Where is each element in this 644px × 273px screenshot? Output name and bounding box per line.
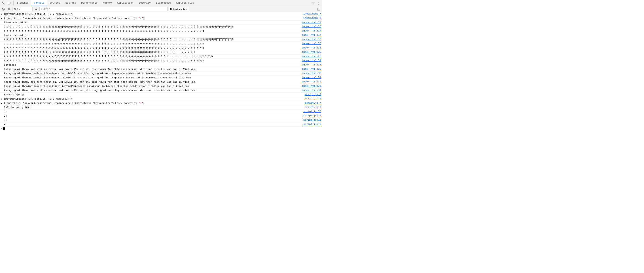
line-link[interactable]: index.html:22: [302, 50, 321, 53]
line-link[interactable]: script.js:7: [305, 101, 321, 104]
tab-application[interactable]: Application: [114, 0, 136, 6]
text-line-content: Khong-nguoi-than-mot-minh-chien-dau-voi-…: [0, 76, 322, 79]
eye-button[interactable]: [34, 7, 38, 11]
text-line-content: File script.js: [0, 93, 322, 96]
line-link[interactable]: index.html:12: [302, 21, 321, 24]
preserve-log-button[interactable]: [7, 7, 12, 11]
line-link[interactable]: index.html:20: [302, 42, 321, 45]
inspect-element-button[interactable]: [1, 1, 6, 5]
svg-rect-2: [10, 3, 11, 4]
line-link[interactable]: index.html:32: [302, 80, 321, 83]
line-link[interactable]: index.html:8: [304, 16, 321, 19]
tab-bar: Elements Console Sources Network Perform…: [0, 0, 322, 6]
line-link[interactable]: index.html:14: [302, 29, 321, 32]
text-line-content: khong+nguoi+than+mot+minh+chien+dau+voi+…: [0, 84, 322, 88]
text-line-content: A,A,A,A,A,A,A,A,A,A,A,A,A,A,A,A,A,E,E,E,…: [0, 55, 322, 58]
console-line: 2:script.js:11: [0, 114, 322, 118]
console-line: a-a-a-a-a-a-a-a-a-a-a-a-a-a-a-a-a-e-e-e-…: [0, 42, 322, 46]
text-line-content: Uppercase pattern: [0, 33, 322, 37]
tab-adblock-plus[interactable]: Adblock Plus: [174, 0, 196, 6]
line-link[interactable]: index.html:29: [302, 67, 321, 70]
text-line-content: a-a-a-a-a-a-a-a-a-a-a-a-a-a-a-a-a-e-e-e-…: [0, 29, 322, 33]
console-line: A|A|A|A|A|A|A|A|A|A|A|A|A|A|A|A|A|E|E|E|…: [0, 59, 322, 63]
console-toolbar: top ▼ Default levels ▼: [0, 6, 322, 12]
text-line-content: à|á|â|ã|ä|å|ā|ă|ą|å|à|á|â|ã|ä|å|ā|ă|ą|è|…: [0, 25, 322, 28]
console-line: Khong nguoi than, mot minh chien dau voi…: [0, 80, 322, 84]
line-link[interactable]: index.html:17: [302, 33, 321, 36]
line-link[interactable]: index.html:31: [302, 76, 321, 79]
line-link[interactable]: index.html:28: [302, 63, 321, 66]
line-link[interactable]: script.js:6: [305, 97, 321, 100]
text-line-content: 1:: [0, 110, 322, 113]
device-toolbar-button[interactable]: [7, 1, 12, 5]
line-link[interactable]: script.js:5: [305, 93, 321, 96]
text-line-content: 4:: [0, 123, 322, 126]
console-line: Lowercase patternindex.html:12: [0, 20, 322, 25]
console-output: ▶ {DefaultOption: {…}, default: {…}, rem…: [0, 12, 322, 136]
line-link[interactable]: script.js:12: [304, 118, 321, 121]
line-link[interactable]: index.html:7: [304, 12, 321, 15]
line-link[interactable]: script.js:11: [304, 114, 321, 117]
tab-elements[interactable]: Elements: [14, 0, 31, 6]
line-link[interactable]: index.html:30: [302, 72, 321, 75]
text-line-content: 2:: [0, 114, 322, 118]
console-line: khong nguoi than, mot minh chien dau voi…: [0, 88, 322, 93]
console-line: A+A+A+A+A+A+A+A+A+A+A+A+A+A+A+E+E+E+E+E+…: [0, 50, 322, 54]
console-line: ▶ {ignoreCase: "keyword-true">true, repl…: [0, 101, 322, 105]
console-line: ▶ {DefaultOption: {…}, default: {…}, rem…: [0, 97, 322, 101]
svg-point-8: [36, 9, 36, 9]
line-link[interactable]: index.html:24: [302, 59, 321, 62]
devtools-icons: [1, 1, 14, 5]
clear-console-button[interactable]: [1, 7, 6, 11]
console-line: Không người thân, một mình chiến đấu với…: [0, 67, 322, 71]
console-line: A,A,A,A,A,A,A,A,A,A,A,A,A,A,A,A,A,E,E,E,…: [0, 54, 322, 59]
console-line: ▶ {DefaultOption: {…}, default: {…}, rem…: [0, 12, 322, 16]
line-link[interactable]: index.html:19: [302, 38, 321, 41]
console-line: 3:script.js:12: [0, 118, 322, 122]
tab-security[interactable]: Security: [136, 0, 154, 6]
chevron-down-icon: ▼: [186, 8, 188, 10]
console-line: ▶ {ignoreCase: "keyword-true">true, repl…: [0, 16, 322, 20]
more-tools-button[interactable]: ⋮: [316, 1, 321, 5]
tab-performance[interactable]: Performance: [78, 0, 100, 6]
tab-console[interactable]: Console: [31, 0, 47, 6]
console-line: File script.jsscript.js:5: [0, 93, 322, 97]
tab-network[interactable]: Network: [63, 0, 78, 6]
input-cursor: [3, 127, 5, 130]
tab-memory[interactable]: Memory: [100, 0, 114, 6]
settings-button[interactable]: ⚙: [310, 1, 315, 5]
text-line-content: khong-nguoi-than-mot-minh-chien-dau-voi-…: [0, 72, 322, 75]
tab-list: Elements Console Sources Network Perform…: [14, 0, 310, 6]
text-line-content: a-a-a-a-a-a-a-a-a-a-a-a-a-a-a-a-a-e-e-e-…: [0, 42, 322, 45]
line-link[interactable]: index.html:34: [302, 89, 321, 92]
console-line: Sentenceindex.html:28: [0, 63, 322, 67]
line-link[interactable]: index.html:33: [302, 84, 321, 87]
line-link[interactable]: index.html:23: [302, 55, 321, 58]
console-line: À|Á|Â|Ã|Ä|Å|Ā|Ă|Ą|Å|À|Á|Â|Ã|Ä|Å|Ā|Ă|Ą|È|…: [0, 37, 322, 42]
expandable-line-content: ▶ {DefaultOption: {…}, default: {…}, rem…: [0, 12, 322, 16]
sidebar-toggle-button[interactable]: [316, 7, 321, 11]
tab-lighthouse[interactable]: Lighthouse: [154, 0, 174, 6]
devtools-settings: ⚙ ⋮: [310, 1, 322, 5]
svg-rect-1: [8, 2, 10, 4]
line-link[interactable]: script.js:13: [304, 123, 321, 126]
tab-sources[interactable]: Sources: [47, 0, 62, 6]
console-line: 4:script.js:13: [0, 122, 322, 127]
line-link[interactable]: script.js:9: [305, 106, 321, 109]
expandable-line-content: ▶ {DefaultOption: {…}, default: {…}, rem…: [0, 97, 322, 101]
context-selector[interactable]: top ▼: [12, 7, 33, 11]
console-line: khong+nguoi+than+mot+minh+chien+dau+voi+…: [0, 84, 322, 88]
text-line-content: Sentence: [0, 63, 322, 67]
text-line-content: Khong nguoi than, mot minh chien dau voi…: [0, 80, 322, 84]
text-line-content: A|A|A|A|A|A|A|A|A|A|A|A|A|A|A|A|A|E|E|E|…: [0, 59, 322, 62]
text-line-content: A-A-A-A-A-A-A-A-A-A-A-A-A-A-A-A-A-E-E-E-…: [0, 46, 322, 50]
line-link[interactable]: index.html:21: [302, 46, 321, 49]
filter-input[interactable]: [39, 7, 168, 11]
text-line-content: Null or empty text:: [0, 106, 322, 109]
svg-line-7: [9, 9, 10, 9]
line-link[interactable]: script.js:10: [304, 110, 321, 113]
default-levels-button[interactable]: Default levels ▼: [168, 7, 189, 11]
console-line: Khong-nguoi-than-mot-minh-chien-dau-voi-…: [0, 76, 322, 80]
line-link[interactable]: index.html:13: [302, 25, 321, 28]
text-line-content: À|Á|Â|Ã|Ä|Å|Ā|Ă|Ą|Å|À|Á|Â|Ã|Ä|Å|Ā|Ă|Ą|È|…: [0, 38, 322, 41]
